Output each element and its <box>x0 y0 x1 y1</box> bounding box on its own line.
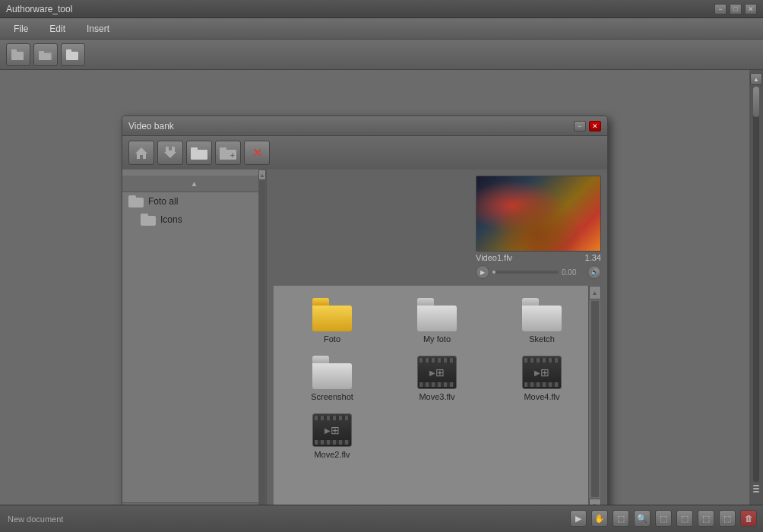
menu-file[interactable]: File <box>3 21 39 37</box>
dialog-minimize-button[interactable]: − <box>574 121 586 131</box>
tool-delete[interactable]: 🗑 <box>740 510 757 527</box>
title-bar-buttons: − □ ✕ <box>714 4 757 14</box>
tool-box4[interactable]: ⬚ <box>719 510 736 527</box>
tool-box2[interactable]: ⬚ <box>676 510 693 527</box>
folder-icon-myfoto <box>417 298 457 331</box>
grip-2 <box>753 488 759 489</box>
play-button[interactable]: ▶ <box>476 265 489 279</box>
volume-button[interactable]: 🔊 <box>587 265 601 279</box>
file-item-move4[interactable]: ⊞ Move4.flv <box>492 353 591 404</box>
main-scrollbar: ▲ ▼ <box>749 70 763 520</box>
dialog-close-button[interactable]: ✕ <box>589 121 601 131</box>
dialog-titlebar: Video bank − ✕ <box>122 116 607 136</box>
video-bank-dialog: Video bank − ✕ <box>122 116 608 532</box>
folder-icon <box>128 195 144 207</box>
video-info: Video1.flv 1.34 <box>476 253 601 262</box>
video-file-icon-move3: ⊞ <box>417 356 457 389</box>
tool-hand[interactable]: ✋ <box>591 510 608 527</box>
film-strip-top <box>315 416 350 420</box>
toolbar-btn-2[interactable] <box>33 43 58 66</box>
tree-item-icons[interactable]: Icons <box>122 211 266 229</box>
toolbar-btn-3[interactable] <box>61 43 85 66</box>
title-bar: Authorware_tool − □ ✕ <box>0 0 763 18</box>
minimize-button[interactable]: − <box>714 4 727 14</box>
file-item-name: Screenshot <box>311 392 353 401</box>
tool-box3[interactable]: ⬚ <box>698 510 714 527</box>
toolbar-btn-1[interactable] <box>6 43 30 66</box>
progress-fill <box>492 271 495 274</box>
svg-marker-8 <box>164 147 176 158</box>
tool-arrow[interactable]: ▶ <box>570 510 587 527</box>
dialog-title: Video bank <box>128 121 574 131</box>
file-item-screenshot[interactable]: Screenshot <box>283 353 382 404</box>
film-strip-bottom <box>419 382 454 387</box>
video-thumbnail <box>476 176 601 252</box>
dialog-toolbar: + ✕ <box>122 136 607 169</box>
file-grid: Foto My foto <box>277 289 597 468</box>
svg-rect-0 <box>11 52 24 60</box>
svg-rect-5 <box>66 52 78 60</box>
film-strip-top <box>419 358 454 363</box>
folder-icon <box>141 214 156 226</box>
folder-tree: ▲ Foto all Icons ▼ ▲ <box>122 169 267 519</box>
scroll-handle[interactable] <box>753 87 759 117</box>
grip-1 <box>753 485 759 486</box>
menu-edit[interactable]: Edit <box>39 21 76 37</box>
tool-select[interactable]: ⬚ <box>613 510 629 527</box>
file-item-name: Sketch <box>529 334 555 344</box>
tree-scroll-up[interactable]: ▲ <box>122 176 266 192</box>
dialog-tool-back[interactable] <box>157 141 183 165</box>
maximize-button[interactable]: □ <box>730 4 742 14</box>
svg-rect-6 <box>66 49 71 52</box>
dialog-tool-folder[interactable] <box>186 141 212 165</box>
grid-scroll-track <box>591 301 599 497</box>
svg-rect-10 <box>191 147 198 151</box>
main-area: ▲ ▼ Video bank − ✕ <box>0 70 763 520</box>
file-item-myfoto[interactable]: My foto <box>388 295 486 347</box>
folder-icon-sketch <box>522 298 562 331</box>
dialog-tool-home[interactable] <box>128 141 154 165</box>
file-item-name: Move4.flv <box>524 392 559 401</box>
grip-3 <box>753 491 759 492</box>
menu-bar: File Edit Insert <box>0 18 763 40</box>
file-item-move3[interactable]: ⊞ Move3.flv <box>388 353 486 404</box>
tree-scroll-thumb <box>259 181 265 508</box>
scroll-up-button[interactable]: ▲ <box>750 73 762 85</box>
content-area: Video1.flv 1.34 ▶ 0.00 🔊 <box>267 169 607 519</box>
folder-icon-screenshot <box>312 356 352 389</box>
main-toolbar <box>0 40 763 70</box>
svg-marker-7 <box>135 147 147 159</box>
film-strip-bottom <box>315 440 350 445</box>
tree-item-foto-all[interactable]: Foto all <box>122 192 266 211</box>
tree-scroll-top[interactable]: ▲ <box>258 169 266 180</box>
dialog-tool-delete[interactable]: ✕ <box>244 141 270 165</box>
time-display: 0.00 <box>562 268 584 277</box>
tree-item-label: Foto all <box>148 196 178 207</box>
svg-rect-4 <box>39 51 44 54</box>
grid-scroll-up[interactable]: ▲ <box>589 286 601 299</box>
file-item-name: Move3.flv <box>419 392 454 401</box>
video-duration: 1.34 <box>585 253 601 262</box>
video-file-icon-move4: ⊞ <box>522 356 562 389</box>
film-strip-bottom <box>524 382 559 387</box>
file-item-foto[interactable]: Foto <box>283 295 382 347</box>
status-bar: New document ▶ ✋ ⬚ 🔍 ⬚ ⬚ ⬚ ⬚ 🗑 <box>0 505 763 532</box>
dialog-tool-new-folder[interactable]: + <box>215 141 241 165</box>
tool-zoom[interactable]: 🔍 <box>634 510 651 527</box>
file-item-name: Foto <box>324 334 340 344</box>
progress-bar[interactable] <box>492 271 559 274</box>
video-preview: Video1.flv 1.34 ▶ 0.00 🔊 <box>273 176 601 279</box>
video-thumbnail-inner <box>476 176 600 251</box>
tool-box1[interactable]: ⬚ <box>655 510 672 527</box>
file-item-sketch[interactable]: Sketch <box>492 295 591 347</box>
dialog-body: ▲ Foto all Icons ▼ ▲ <box>122 169 607 519</box>
menu-insert[interactable]: Insert <box>76 21 120 37</box>
video-file-icon-move2: ⊞ <box>312 413 352 447</box>
file-grid-wrapper: Foto My foto <box>273 285 601 513</box>
svg-rect-12 <box>220 147 226 151</box>
folder-icon-foto <box>312 298 352 331</box>
file-item-move2[interactable]: ⊞ Move2.flv <box>283 410 382 462</box>
close-button[interactable]: ✕ <box>745 4 757 14</box>
scroll-track <box>753 87 759 482</box>
video-controls: ▶ 0.00 🔊 <box>476 265 601 279</box>
